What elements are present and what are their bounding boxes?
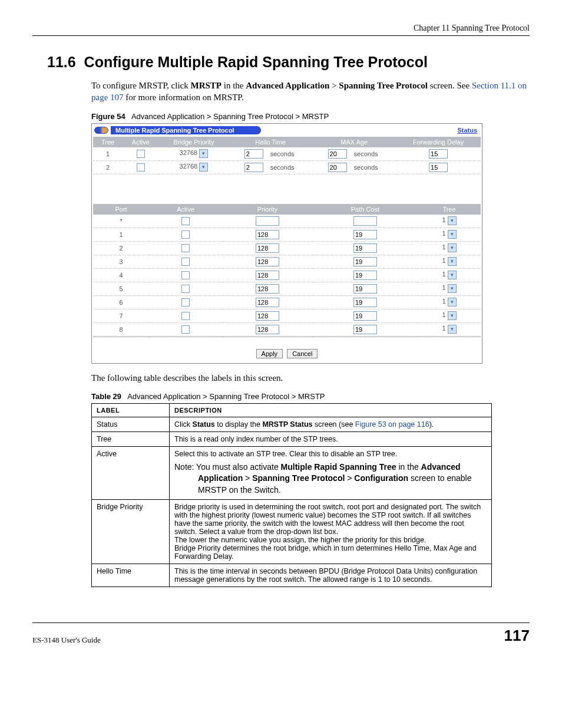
table-caption: Table 29 Advanced Application > Spanning…	[91, 392, 530, 401]
chevron-down-icon: ▾	[199, 149, 208, 158]
port-checkbox[interactable]	[181, 217, 190, 225]
tree1-maxage-input[interactable]	[328, 149, 347, 159]
port-row: 51 ▾	[93, 282, 481, 295]
footer-page: 117	[504, 627, 530, 645]
port-path-input[interactable]	[353, 271, 377, 280]
th-hello-time: Hello Time	[229, 137, 312, 147]
th-port-priority: Priority	[222, 204, 313, 215]
port-priority-input[interactable]	[256, 257, 279, 266]
figure-54: Multiple Rapid Spanning Tree Protocol St…	[91, 123, 482, 364]
port-priority-input[interactable]	[256, 243, 279, 253]
note-block: Note: You must also activate Multiple Ra…	[174, 462, 487, 496]
port-checkbox[interactable]	[181, 312, 190, 320]
tree2-priority-select[interactable]: 32768 ▾	[180, 163, 209, 170]
port-priority-input[interactable]	[256, 216, 279, 226]
status-link[interactable]: Status	[457, 127, 477, 134]
port-tree-select[interactable]: 1 ▾	[442, 284, 456, 291]
tree1-hello-input[interactable]	[244, 149, 263, 159]
table-row: Bridge Priority Bridge priority is used …	[92, 499, 492, 564]
tree1-active-checkbox[interactable]	[137, 150, 145, 158]
port-tree-select[interactable]: 1 ▾	[442, 216, 456, 223]
port-path-input[interactable]	[353, 216, 377, 226]
tree2-maxage-input[interactable]	[328, 163, 347, 172]
port-tree-select[interactable]: 1 ▾	[442, 311, 456, 318]
apply-button[interactable]: Apply	[256, 349, 283, 358]
port-priority-input[interactable]	[256, 230, 279, 239]
th-fwd-delay: Forwarding Delay	[396, 137, 481, 147]
cell-desc: Click Status to display the MRSTP Status…	[170, 417, 492, 431]
port-priority-input[interactable]	[256, 325, 279, 334]
port-tree-select[interactable]: 1 ▾	[442, 298, 456, 305]
torn-edge	[93, 337, 481, 343]
th-tree: Tree	[93, 137, 123, 147]
table-row: Tree This is a read only index number of…	[92, 431, 492, 446]
th-port: Port	[93, 204, 149, 215]
th-port-tree: Tree	[418, 204, 481, 215]
page-footer: ES-3148 User's Guide 117	[32, 622, 530, 645]
port-checkbox[interactable]	[181, 230, 190, 239]
port-tree-select[interactable]: 1 ▾	[442, 230, 456, 237]
port-tree-select[interactable]: 1 ▾	[442, 325, 456, 332]
th-bridge-priority: Bridge Priority	[159, 137, 229, 147]
chapter-title: Chapter 11 Spanning Tree Protocol	[414, 24, 530, 32]
port-path-input[interactable]	[353, 298, 377, 307]
cell-label: Hello Time	[92, 564, 170, 587]
port-row: 61 ▾	[93, 295, 481, 309]
cancel-button[interactable]: Cancel	[287, 349, 318, 358]
port-priority-input[interactable]	[256, 311, 279, 321]
footer-guide: ES-3148 User's Guide	[32, 635, 101, 645]
cell-label: Tree	[92, 431, 170, 446]
port-row: 21 ▾	[93, 241, 481, 255]
port-path-input[interactable]	[353, 311, 377, 321]
port-path-input[interactable]	[353, 325, 377, 334]
port-checkbox[interactable]	[181, 325, 190, 334]
th-description: DESCRIPTION	[170, 403, 492, 417]
cell-desc: This is the time interval in seconds bet…	[170, 564, 492, 587]
table-row: Hello Time This is the time interval in …	[92, 564, 492, 587]
port-row: 41 ▾	[93, 268, 481, 282]
port-priority-input[interactable]	[256, 298, 279, 307]
following-text: The following table describes the labels…	[91, 372, 530, 384]
chevron-down-icon: ▾	[448, 243, 457, 252]
tree2-active-checkbox[interactable]	[137, 163, 145, 172]
table-row: Status Click Status to display the MRSTP…	[92, 417, 492, 431]
port-path-input[interactable]	[353, 230, 377, 239]
chevron-down-icon: ▾	[448, 216, 457, 225]
section-number: 11.6	[47, 54, 76, 70]
tree1-priority-select[interactable]: 32768 ▾	[180, 149, 209, 156]
tree2-fwd-input[interactable]	[429, 163, 448, 172]
port-tree-select[interactable]: 1 ▾	[442, 257, 456, 264]
port-row: 31 ▾	[93, 255, 481, 268]
intro-paragraph: To configure MRSTP, click MRSTP in the A…	[91, 80, 530, 104]
cell-label: Status	[92, 417, 170, 431]
tree-row: 2 32768 ▾ seconds seconds	[93, 160, 481, 174]
port-priority-input[interactable]	[256, 271, 279, 280]
table-29: LABEL DESCRIPTION Status Click Status to…	[91, 403, 492, 587]
th-path-cost: Path Cost	[313, 204, 418, 215]
port-checkbox[interactable]	[181, 298, 190, 307]
port-checkbox[interactable]	[181, 258, 190, 266]
port-checkbox[interactable]	[181, 285, 190, 293]
port-path-input[interactable]	[353, 257, 377, 266]
port-tree-select[interactable]: 1 ▾	[442, 271, 456, 278]
port-checkbox[interactable]	[181, 271, 190, 279]
figure-link[interactable]: Figure 53 on page 116	[355, 420, 429, 429]
section-title: Configure Multiple Rapid Spanning Tree P…	[84, 54, 428, 70]
port-path-input[interactable]	[353, 243, 377, 253]
logo-icon	[94, 127, 108, 134]
chevron-down-icon: ▾	[448, 298, 457, 307]
port-priority-input[interactable]	[256, 284, 279, 294]
th-active: Active	[123, 137, 158, 147]
page-header: Chapter 11 Spanning Tree Protocol	[32, 24, 530, 36]
port-row: *1 ▾	[93, 215, 481, 228]
chevron-down-icon: ▾	[448, 311, 457, 320]
th-max-age: MAX Age	[312, 137, 396, 147]
tree-row: 1 32768 ▾ seconds seconds	[93, 147, 481, 161]
tree2-hello-input[interactable]	[244, 163, 263, 172]
section-heading: 11.6 Configure Multiple Rapid Spanning T…	[47, 54, 530, 71]
tree1-fwd-input[interactable]	[429, 149, 448, 159]
port-checkbox[interactable]	[181, 244, 190, 252]
port-path-input[interactable]	[353, 284, 377, 294]
port-row: 71 ▾	[93, 309, 481, 322]
port-tree-select[interactable]: 1 ▾	[442, 243, 456, 251]
